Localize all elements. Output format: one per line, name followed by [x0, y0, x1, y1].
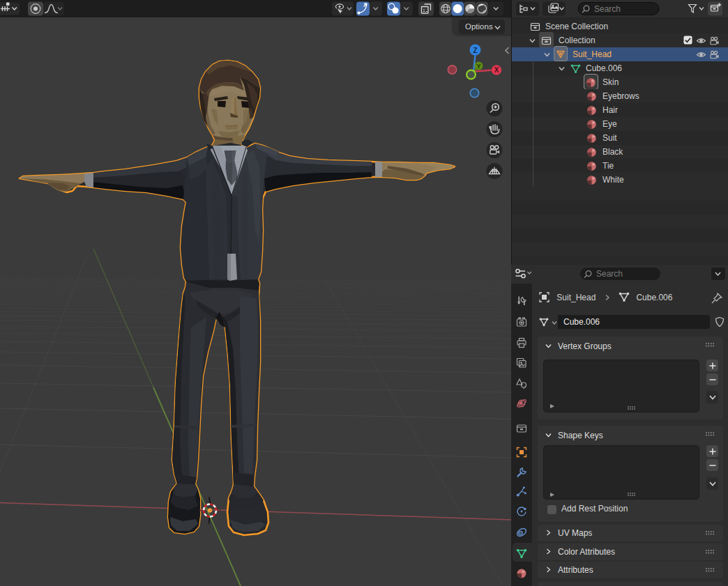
svg-text:X: X: [494, 66, 499, 74]
svg-text:Search: Search: [596, 269, 623, 279]
svg-text:Y: Y: [476, 63, 480, 70]
svg-text:Search: Search: [594, 4, 621, 14]
svg-text:Z: Z: [473, 47, 477, 54]
